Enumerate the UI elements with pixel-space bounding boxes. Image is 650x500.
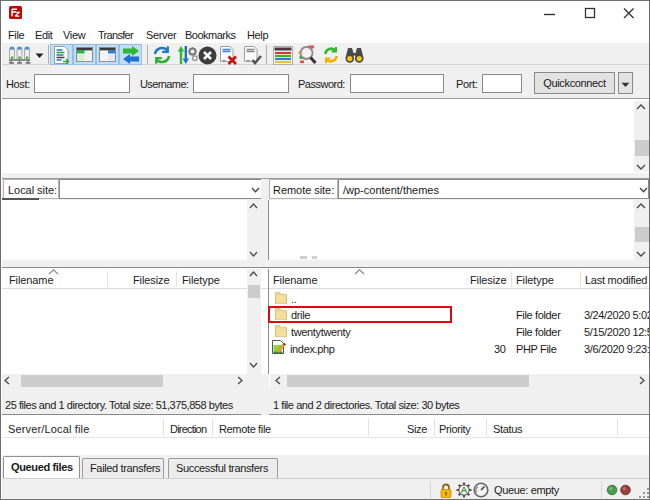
svg-text:A: A	[461, 484, 468, 495]
